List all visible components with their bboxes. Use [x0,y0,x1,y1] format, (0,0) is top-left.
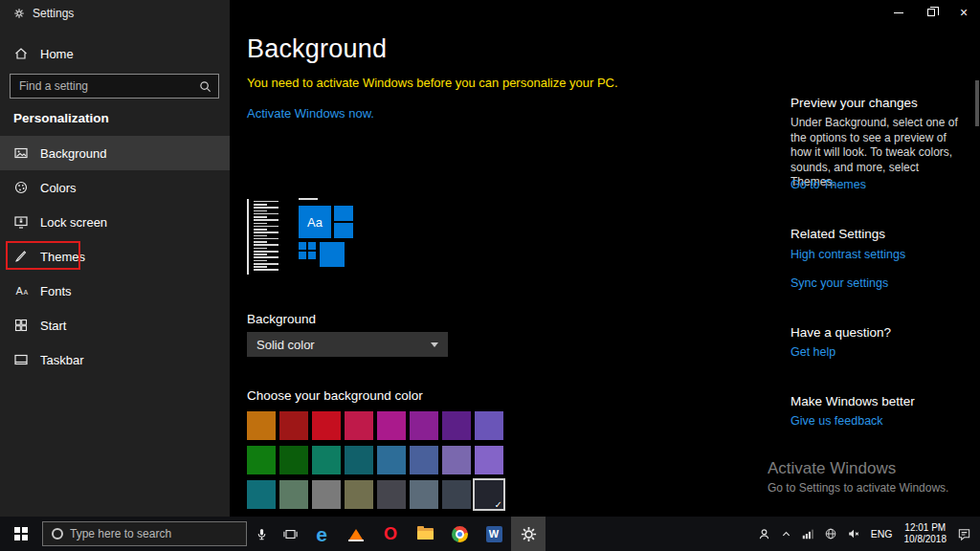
start-tiles-icon [13,318,29,333]
color-swatch[interactable] [247,446,276,474]
check-icon: ✓ [495,499,502,510]
color-swatch[interactable] [410,446,438,474]
color-swatch[interactable] [312,446,341,474]
taskbar-monitor-icon [13,352,29,367]
background-type-dropdown[interactable]: Solid color [247,332,448,357]
sidebar-item-background[interactable]: Background [0,136,230,170]
word-icon: W [486,526,502,542]
activation-warning-text: You need to activate Windows before you … [247,76,618,90]
activate-windows-link[interactable]: Activate Windows now. [247,106,374,121]
background-settings-page: Background You need to activate Windows … [230,0,980,517]
minimize-button[interactable] [882,0,915,25]
settings-gear-icon [13,8,25,19]
color-swatch[interactable] [279,480,308,509]
preview-changes-heading: Preview your changes [791,96,918,110]
scrollbar-thumb[interactable] [975,80,979,126]
action-center-button[interactable] [952,517,976,551]
sidebar-item-lock-screen[interactable]: Lock screen [0,205,230,239]
color-swatch[interactable] [442,411,471,440]
language-indicator[interactable]: ENG [865,528,899,540]
dropdown-selected-value: Solid color [256,338,431,352]
color-swatch[interactable] [442,446,471,474]
sidebar-item-themes[interactable]: Themes [0,239,230,274]
color-swatch-grid: ✓ [247,411,503,509]
sidebar-item-label: Home [40,47,74,61]
high-contrast-link[interactable]: High contrast settings [791,248,905,261]
background-image-icon [13,145,29,161]
sidebar-item-home[interactable]: Home [0,38,230,69]
close-button[interactable]: × [947,0,980,25]
color-swatch[interactable] [377,411,406,440]
sidebar-item-taskbar[interactable]: Taskbar [0,342,230,377]
hidden-icons-button[interactable] [776,517,796,551]
activate-watermark-line1: Activate Windows [768,459,896,478]
volume-button[interactable] [842,517,865,551]
vlc-cone-icon [348,527,364,541]
start-button[interactable] [0,517,42,551]
color-palette-icon [13,180,29,195]
color-swatch[interactable] [345,480,373,509]
sidebar-item-start[interactable]: Start [0,308,230,342]
taskbar-clock[interactable]: 12:01 PM 10/8/2018 [899,522,953,545]
volume-muted-icon [847,527,860,540]
microphone-icon [255,527,269,541]
sidebar-nav-list: Background Colors Lock screen Themes AA … [0,136,230,377]
sidebar-item-label: Start [40,319,66,333]
vlc-taskbar-button[interactable] [339,517,373,551]
sidebar-item-colors[interactable]: Colors [0,170,230,205]
window-controls: × [882,0,980,25]
edge-taskbar-button[interactable]: e [304,517,339,551]
color-swatch[interactable] [475,411,503,440]
microphone-button[interactable] [247,517,276,551]
restore-button[interactable] [915,0,947,25]
network-signal-icon [801,527,814,540]
color-swatch[interactable]: ✓ [475,480,503,509]
color-swatch[interactable] [345,446,373,474]
color-swatch[interactable] [279,411,308,440]
window-title: Settings [13,7,74,20]
settings-search-box [10,74,219,99]
people-button[interactable] [752,517,776,551]
sidebar-item-label: Fonts [40,284,72,298]
color-swatch[interactable] [279,446,308,474]
color-swatch[interactable] [410,480,438,509]
network-button[interactable] [796,517,819,551]
color-swatch[interactable] [442,480,471,509]
color-swatch[interactable] [247,411,276,440]
opera-taskbar-button[interactable]: O [373,517,408,551]
color-swatch[interactable] [377,446,406,474]
chevron-down-icon [431,342,438,347]
color-swatch[interactable] [247,480,276,509]
settings-taskbar-button[interactable] [511,517,546,551]
sidebar-item-fonts[interactable]: AA Fonts [0,274,230,308]
search-icon[interactable] [199,80,212,93]
taskbar-search-input[interactable] [70,527,246,540]
taskbar: e O W [0,517,980,551]
file-explorer-taskbar-button[interactable] [408,517,442,551]
chevron-up-icon [781,529,791,540]
color-swatch[interactable] [410,411,438,440]
preview-tile [334,206,353,221]
go-to-themes-link[interactable]: Go to Themes [791,178,866,191]
restore-icon [927,9,935,16]
paintbrush-icon [13,249,29,264]
taskbar-search-box [42,521,247,546]
minimize-icon [894,12,903,13]
task-view-button[interactable] [276,517,304,551]
give-feedback-link[interactable]: Give us feedback [791,414,883,428]
opera-icon: O [384,525,397,542]
color-swatch[interactable] [475,446,503,474]
color-swatch[interactable] [312,411,341,440]
color-swatch[interactable] [377,480,406,509]
sidebar-section-header: Personalization [13,111,109,125]
internet-button[interactable] [819,517,842,551]
settings-sidebar: Settings Home Personalization Background… [0,0,230,517]
color-swatch[interactable] [312,480,341,509]
word-taskbar-button[interactable]: W [477,517,511,551]
sync-settings-link[interactable]: Sync your settings [791,276,888,290]
get-help-link[interactable]: Get help [791,345,835,359]
color-swatch[interactable] [345,411,373,440]
chrome-icon [452,526,468,542]
settings-search-input[interactable] [11,79,199,93]
chrome-taskbar-button[interactable] [442,517,477,551]
